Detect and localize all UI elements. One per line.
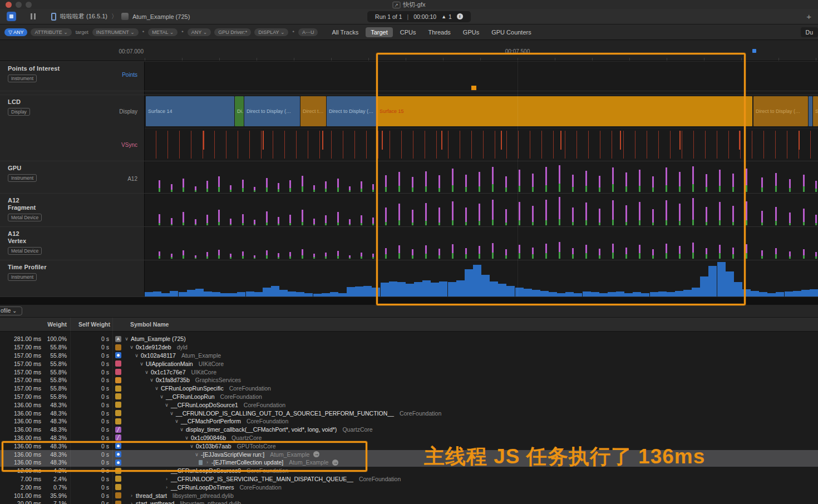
disclosure-expanded-icon[interactable]: ∨ xyxy=(169,411,175,416)
disclosure-collapsed-icon[interactable]: › xyxy=(129,501,135,504)
column-header-weight[interactable]: Weight xyxy=(0,321,67,328)
track-time-profiler[interactable]: Time Profiler Instrument xyxy=(0,260,818,297)
tab-cpus[interactable]: CPUs xyxy=(395,27,421,37)
disclosure-expanded-icon[interactable]: ∨ xyxy=(194,452,200,457)
close-window-button[interactable] xyxy=(6,2,12,8)
disclosure-expanded-icon[interactable]: ∨ xyxy=(134,353,140,358)
call-tree-row[interactable]: 12.00 ms4.2%0 s›__CFRunLoopDoSources0Cor… xyxy=(0,467,818,475)
disclosure-expanded-icon[interactable]: ∨ xyxy=(129,344,135,350)
call-tree-row[interactable]: 136.00 ms48.3%0 s∨__CFRunLoopDoSource1Co… xyxy=(0,401,818,409)
vsync-lane[interactable] xyxy=(145,129,818,161)
filter-pill[interactable]: INSTRUMENT ⌄ xyxy=(92,28,139,36)
disclosure-expanded-icon[interactable]: ∨ xyxy=(184,435,190,441)
tab-all-tracks[interactable]: All Tracks xyxy=(327,27,363,37)
call-tree-row[interactable]: 157.00 ms55.8%0 s☻∨0x102a48117Atum_Examp… xyxy=(0,352,818,360)
disclosure-expanded-icon[interactable]: ∨ xyxy=(144,369,150,375)
display-surface-block[interactable] xyxy=(809,96,812,126)
call-tree-row[interactable]: 2.00 ms0.7%0 s›__CFRunLoopDoTimersCoreFo… xyxy=(0,483,818,491)
detail-type-selector[interactable]: ofile ⌄ xyxy=(0,307,22,315)
instrument-badge[interactable]: Instrument xyxy=(8,174,37,182)
warning-icon[interactable]: ▲ xyxy=(441,14,446,19)
filter-pill[interactable]: * xyxy=(181,28,184,36)
filter-pill[interactable]: METAL ⌄ xyxy=(148,28,178,36)
filter-pill[interactable]: ▽ ANY xyxy=(4,28,27,36)
call-tree-row[interactable]: 136.00 ms48.3%0 s╱∨display_timer_callbac… xyxy=(0,426,818,434)
filter-pill[interactable]: ATTRIBUTE ⌄ xyxy=(31,28,71,36)
filter-pill[interactable]: DISPLAY ⌄ xyxy=(254,28,288,36)
disclosure-collapsed-icon[interactable]: › xyxy=(204,459,210,465)
call-tree-row[interactable]: 157.00 ms55.8%0 s∨CFRunLoopRunSpecificCo… xyxy=(0,384,818,393)
call-tree-row[interactable]: 136.00 ms48.3%0 s╱∨0x1c090846bQuartzCore xyxy=(0,434,818,442)
disclosure-expanded-icon[interactable]: ∨ xyxy=(164,402,170,408)
disclosure-collapsed-icon[interactable]: › xyxy=(164,468,170,473)
ruler-marker-blue[interactable] xyxy=(752,49,756,53)
disclosure-collapsed-icon[interactable]: › xyxy=(164,476,170,482)
vertex-track-header[interactable]: A12 Vertex Metal Device xyxy=(0,227,145,260)
call-tree-row[interactable]: 136.00 ms48.3%0 s∨__CFRUNLOOP_IS_CALLING… xyxy=(0,409,818,417)
track-points-of-interest[interactable]: Points of Interest Instrument Points xyxy=(0,61,818,91)
column-header-self-weight[interactable]: Self Weight xyxy=(67,321,110,328)
tab-threads[interactable]: Threads xyxy=(423,27,455,37)
call-tree-row[interactable]: 157.00 ms55.8%0 s∨0x1fa8d735bGraphicsSer… xyxy=(0,376,818,384)
display-surface-block[interactable]: Su xyxy=(813,96,818,126)
points-track-content[interactable] xyxy=(145,62,818,91)
display-lane[interactable]: Surface 14Di…Direct to Display (…Direct … xyxy=(145,95,818,129)
call-tree-row[interactable]: 136.00 ms48.3%0 s☻∨-[EJJavaScriptView ru… xyxy=(0,450,818,458)
call-tree-row[interactable]: 157.00 ms55.8%0 s∨__CFRunLoopRunCoreFoun… xyxy=(0,393,818,401)
add-instrument-button[interactable]: + xyxy=(806,13,811,21)
disclosure-expanded-icon[interactable]: ∨ xyxy=(189,443,195,449)
display-surface-block[interactable]: Direct t… xyxy=(300,96,326,126)
profiler-track-header[interactable]: Time Profiler Instrument xyxy=(0,260,145,297)
focus-arrow-icon[interactable]: → xyxy=(313,451,319,457)
filter-pill[interactable]: * xyxy=(142,28,145,36)
disclosure-expanded-icon[interactable]: ∨ xyxy=(124,336,130,342)
info-icon[interactable]: i xyxy=(457,13,463,19)
display-surface-block[interactable]: Surface 15 xyxy=(377,96,752,126)
metal-device-badge[interactable]: Metal Device xyxy=(8,247,42,255)
points-track-header[interactable]: Points of Interest Instrument Points xyxy=(0,62,145,91)
fragment-lane[interactable] xyxy=(145,194,818,226)
call-tree-row[interactable]: 101.00 ms35.9%0 s›thread_startlibsystem_… xyxy=(0,491,818,500)
vertex-lane[interactable] xyxy=(145,227,818,260)
call-tree-row[interactable]: 136.00 ms48.3%0 s∨__CFMachPortPerformCor… xyxy=(0,417,818,426)
lcd-track-header[interactable]: LCD Display Display VSync xyxy=(0,95,145,161)
minimize-window-button[interactable] xyxy=(16,2,22,8)
instrument-badge[interactable]: Instrument xyxy=(8,75,37,82)
fragment-track-header[interactable]: A12 Fragment Metal Device xyxy=(0,194,145,226)
tab-target[interactable]: Target xyxy=(366,27,393,37)
display-surface-block[interactable]: Direct to Display (… xyxy=(753,96,808,126)
call-tree-row[interactable]: 157.00 ms55.8%0 s∨0x1c17c76e7UIKitCore xyxy=(0,368,818,376)
filter-pill[interactable]: GPU Driver:* xyxy=(214,28,251,36)
disclosure-expanded-icon[interactable]: ∨ xyxy=(149,377,155,383)
call-tree-row[interactable]: 136.00 ms48.3%0 s☻›-[EJTimerCollection u… xyxy=(0,458,818,467)
pause-button[interactable] xyxy=(31,13,36,19)
gpu-track-header[interactable]: GPU Instrument A12 xyxy=(0,161,145,193)
column-header-symbol-name[interactable]: Symbol Name xyxy=(130,321,169,328)
disclosure-expanded-icon[interactable]: ∨ xyxy=(154,386,160,391)
disclosure-expanded-icon[interactable]: ∨ xyxy=(179,427,185,432)
disclosure-collapsed-icon[interactable]: › xyxy=(129,493,135,498)
zoom-window-button[interactable] xyxy=(26,2,32,8)
filter-pill[interactable]: A⋯U xyxy=(298,28,318,36)
track-gpu[interactable]: GPU Instrument A12 xyxy=(0,161,818,193)
time-ruler[interactable]: 00:07.00000:07.500 xyxy=(0,40,818,61)
point-of-interest-marker[interactable] xyxy=(471,86,476,90)
track-lcd[interactable]: LCD Display Display VSync Surface 14Di…D… xyxy=(0,95,818,161)
gpu-lane[interactable] xyxy=(145,161,818,193)
filter-pill[interactable]: * xyxy=(292,28,295,36)
display-surface-block[interactable]: Direct to Display (… xyxy=(244,96,300,126)
focus-arrow-icon[interactable]: → xyxy=(332,459,338,466)
instrument-badge[interactable]: Instrument xyxy=(8,273,37,281)
disclosure-expanded-icon[interactable]: ∨ xyxy=(174,418,180,424)
duration-pill[interactable]: Du xyxy=(801,27,818,37)
target-device-selector[interactable]: 啦啦啦君 (16.5.1) 〉 Atum_Example (725) xyxy=(51,12,190,21)
display-badge[interactable]: Display xyxy=(8,108,30,116)
call-tree-row[interactable]: 281.00 ms100.0%0 sA∨Atum_Example (725) xyxy=(0,335,818,343)
record-button[interactable] xyxy=(7,12,16,21)
call-tree-row[interactable]: 157.00 ms55.8%0 s∨0x1de912debdyld xyxy=(0,343,818,352)
call-tree-row[interactable]: 157.00 ms55.8%0 s∨UIApplicationMainUIKit… xyxy=(0,359,818,368)
disclosure-collapsed-icon[interactable]: › xyxy=(164,485,170,490)
display-surface-block[interactable]: Direct to Display (… xyxy=(327,96,376,126)
track-a12-fragment[interactable]: A12 Fragment Metal Device xyxy=(0,193,818,226)
filter-pill[interactable]: ANY ⌄ xyxy=(188,28,211,36)
